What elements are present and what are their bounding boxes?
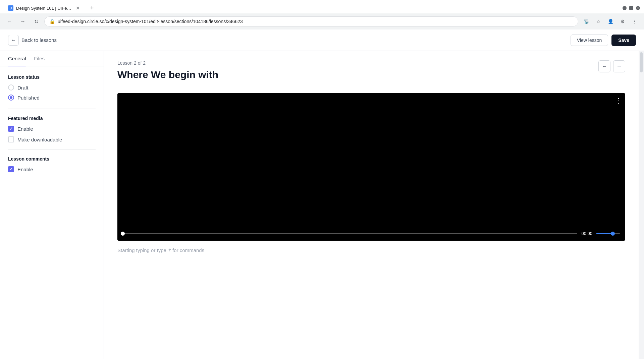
tab-files[interactable]: Files xyxy=(34,51,45,66)
minimize-button[interactable]: ─ xyxy=(623,6,627,10)
back-to-lessons-button[interactable]: ← Back to lessons xyxy=(8,35,57,46)
lesson-meta: Lesson 2 of 2 xyxy=(117,60,218,66)
make-downloadable-label: Make downloadable xyxy=(17,137,62,142)
tab-close-button[interactable]: ✕ xyxy=(75,5,80,11)
featured-media-enable-item[interactable]: Enable xyxy=(8,126,96,132)
extension-button[interactable]: ⚙ xyxy=(617,16,628,27)
lesson-comments-enable-item[interactable]: Enable xyxy=(8,166,96,172)
make-downloadable-checkbox[interactable] xyxy=(8,136,14,142)
video-volume-bar[interactable] xyxy=(596,233,620,234)
published-radio[interactable] xyxy=(8,95,14,101)
sidebar-content: Lesson status Draft Published Featured m… xyxy=(0,66,104,180)
scrollbar[interactable] xyxy=(639,51,644,359)
more-button[interactable]: ⋮ xyxy=(629,16,640,27)
lesson-nav: ← → xyxy=(598,60,625,72)
browser-tab[interactable]: U Design System 101 | UIFeed Desi... ✕ xyxy=(4,3,85,13)
lesson-comments-enable-checkbox[interactable] xyxy=(8,166,14,172)
published-label: Published xyxy=(17,95,40,101)
lesson-next-button[interactable]: → xyxy=(613,60,625,72)
tab-title: Design System 101 | UIFeed Desi... xyxy=(16,6,72,11)
lesson-status-title: Lesson status xyxy=(8,74,96,80)
back-label: Back to lessons xyxy=(21,37,57,43)
video-player[interactable]: ⋮ 00:00 xyxy=(117,93,625,241)
save-button[interactable]: Save xyxy=(611,35,636,46)
new-tab-button[interactable]: + xyxy=(87,3,97,13)
tab-general[interactable]: General xyxy=(8,51,26,66)
featured-media-title: Featured media xyxy=(8,116,96,121)
divider-2 xyxy=(8,149,96,149)
lesson-comments-group: Enable xyxy=(8,166,96,172)
toolbar-actions: 📡 ☆ 👤 ⚙ ⋮ xyxy=(581,16,640,27)
lesson-comments-title: Lesson comments xyxy=(8,156,96,162)
lock-icon: 🔒 xyxy=(49,19,55,24)
lesson-comments-enable-label: Enable xyxy=(17,167,33,172)
published-option[interactable]: Published xyxy=(8,95,96,101)
video-volume-dot xyxy=(611,232,615,236)
video-time-display: 00:00 xyxy=(581,231,592,236)
lesson-prev-button[interactable]: ← xyxy=(598,60,610,72)
lesson-title-col: Lesson 2 of 2 Where We begin with xyxy=(117,60,218,88)
browser-back-button[interactable]: ← xyxy=(4,16,15,27)
video-progress-dot xyxy=(121,232,125,236)
sidebar-tabs: General Files xyxy=(0,51,104,66)
close-window-button[interactable]: ✕ xyxy=(636,6,640,10)
browser-refresh-button[interactable]: ↻ xyxy=(31,16,42,27)
make-downloadable-item[interactable]: Make downloadable xyxy=(8,136,96,142)
lesson-status-group: Draft Published xyxy=(8,84,96,101)
main-content: Lesson 2 of 2 Where We begin with ← → ⋮ … xyxy=(104,51,639,359)
url-text: uifeed-design.circle.so/c/design-system-… xyxy=(58,19,573,24)
header-actions: View lesson Save xyxy=(571,35,636,46)
content-layout: General Files Lesson status Draft Publis… xyxy=(0,51,644,359)
lesson-title: Where We begin with xyxy=(117,69,218,80)
browser-titlebar: U Design System 101 | UIFeed Desi... ✕ +… xyxy=(0,0,644,13)
tab-favicon: U xyxy=(8,5,13,11)
view-lesson-button[interactable]: View lesson xyxy=(571,35,608,46)
video-controls: 00:00 xyxy=(117,231,625,241)
divider-1 xyxy=(8,109,96,109)
scrollbar-thumb[interactable] xyxy=(640,52,643,72)
back-arrow-icon: ← xyxy=(8,35,19,46)
draft-label: Draft xyxy=(17,85,29,90)
browser-chrome: U Design System 101 | UIFeed Desi... ✕ +… xyxy=(0,0,644,29)
featured-media-enable-checkbox[interactable] xyxy=(8,126,14,132)
lesson-header-row: Lesson 2 of 2 Where We begin with ← → xyxy=(117,60,625,88)
editor-hint[interactable]: Starting typing or type '/' for commands xyxy=(117,247,625,253)
bookmark-button[interactable]: ☆ xyxy=(593,16,604,27)
draft-radio[interactable] xyxy=(8,84,14,90)
cast-button[interactable]: 📡 xyxy=(581,16,592,27)
video-menu-button[interactable]: ⋮ xyxy=(615,97,622,105)
featured-media-enable-label: Enable xyxy=(17,126,33,132)
video-volume-fill xyxy=(596,233,613,234)
app-header: ← Back to lessons View lesson Save xyxy=(0,29,644,51)
profile-button[interactable]: 👤 xyxy=(605,16,616,27)
video-progress-bar[interactable] xyxy=(123,233,577,234)
address-bar[interactable]: 🔒 uifeed-design.circle.so/c/design-syste… xyxy=(44,16,578,26)
browser-toolbar: ← → ↻ 🔒 uifeed-design.circle.so/c/design… xyxy=(0,13,644,29)
browser-forward-button[interactable]: → xyxy=(17,16,28,27)
featured-media-group: Enable Make downloadable xyxy=(8,126,96,142)
maximize-button[interactable] xyxy=(629,6,633,10)
sidebar: General Files Lesson status Draft Publis… xyxy=(0,51,104,359)
draft-option[interactable]: Draft xyxy=(8,84,96,90)
